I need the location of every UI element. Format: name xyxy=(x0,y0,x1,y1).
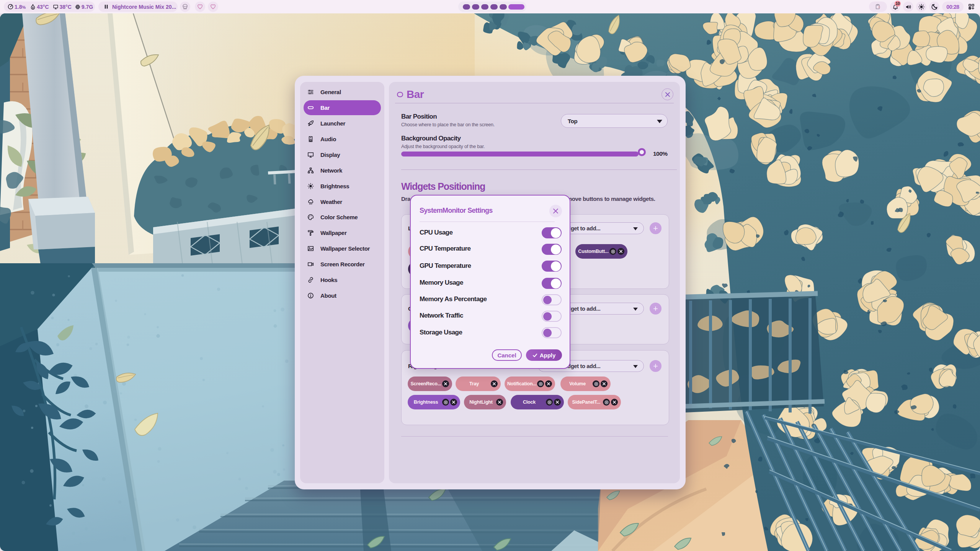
svg-text:C: C xyxy=(878,5,880,9)
